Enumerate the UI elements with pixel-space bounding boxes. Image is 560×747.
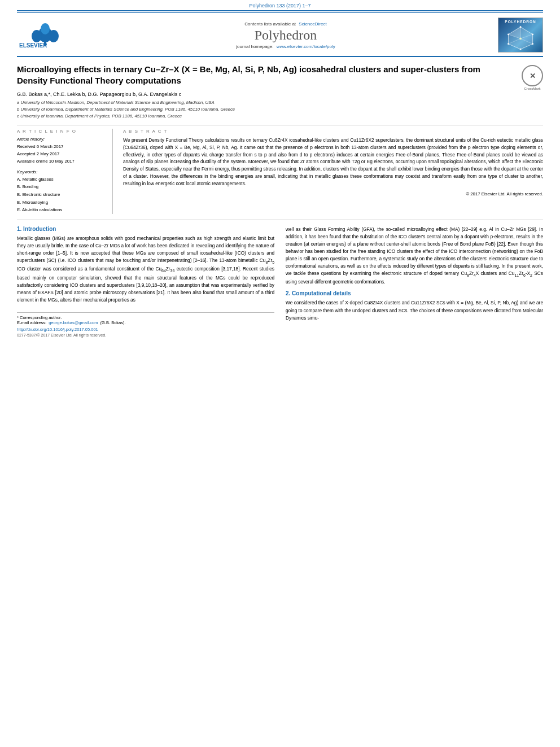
article-info: A R T I C L E I N F O Article history: R… [17,129,113,214]
abstract-section: A B S T R A C T We present Density Funct… [123,129,543,214]
svg-point-3 [49,30,59,42]
affiliations: a University of Wisconsin-Madison, Depar… [17,99,543,120]
svg-text:ELSEVIER: ELSEVIER [19,42,47,49]
section1-title: 1. Introduction [17,226,274,232]
keyword-5: E. Ab-initio calculations [17,206,106,214]
abstract-header: A B S T R A C T [123,129,543,134]
body-content: 1. Introduction Metallic glasses (MGs) a… [17,226,543,337]
svg-point-2 [32,30,42,42]
issn-line: 0277-5387/© 2017 Elsevier Ltd. All right… [17,333,274,337]
section2-text: We considered the cases of X-doped Cu8Zr… [286,299,543,321]
polyhedron-logo-text: POLYHEDRON [505,20,536,24]
available-online: Available online 10 May 2017 [17,158,106,165]
article-info-abstract: A R T I C L E I N F O Article history: R… [17,129,543,214]
received: Received 6 March 2017 [17,143,106,150]
journal-center-info: Contents lists available at ScienceDirec… [79,21,492,49]
svg-point-17 [508,33,509,35]
svg-point-14 [532,43,533,45]
article-title: Microalloying effects in ternary Cu–Zr–X… [17,64,512,87]
keyword-2: B. Bonding [17,183,106,191]
homepage-label: journal homepage: [236,44,273,49]
svg-point-4 [41,23,50,34]
body-left: 1. Introduction Metallic glasses (MGs) a… [17,226,274,337]
contents-label: Contents lists available at [244,21,296,27]
crossmark: ✕ CrossMark [522,65,543,90]
polyhedron-logo: POLYHEDRON [498,18,543,53]
keywords-section: Keywords: A. Metallic glasses B. Bonding… [17,169,106,214]
homepage-url[interactable]: www.elsevier.com/locate/poly [277,44,335,49]
journal-ref-text: Polyhedron 133 (2017) 1–7 [249,3,310,8]
svg-point-18 [519,38,522,40]
journal-reference: Polyhedron 133 (2017) 1–7 [0,0,560,10]
copyright-line: © 2017 Elsevier Ltd. All rights reserved… [123,191,543,196]
polyhedron-logo-container: POLYHEDRON [492,18,543,53]
section2-title: 2. Computational details [286,290,543,296]
email-label: E-mail address: [17,320,46,325]
email-person: (G.B. Bokas). [100,320,126,325]
affiliation-c: c University of Ioannina, Department of … [17,113,543,120]
keyword-4: B. Microalloying [17,199,106,207]
keyword-3: B. Electronic structure [17,191,106,199]
corresponding-label: * Corresponding author. [17,315,62,320]
keywords-title: Keywords: [17,169,106,174]
section1-right-text: well as their Glass Forming Ability (GFA… [286,226,543,286]
body-right: well as their Glass Forming Ability (GFA… [286,226,543,337]
section1-text: Metallic glasses (MGs) are amorphous sol… [17,235,274,304]
accepted: Accepted 2 May 2017 [17,150,106,158]
affiliation-a: a University of Wisconsin-Madison, Depar… [17,99,543,106]
article-title-container: Microalloying effects in ternary Cu–Zr–X… [17,64,543,87]
sciencedirect-link[interactable]: ScienceDirect [299,21,326,27]
doi-link[interactable]: http://dx.doi.org/10.1016/j.poly.2017.05… [17,327,274,332]
elsevier-logo: ELSEVIER [17,20,79,50]
keyword-1: A. Metallic glasses [17,176,106,184]
email-link[interactable]: george.bokas@gmail.com [49,320,98,325]
affiliation-b: b University of Ioannina, Department of … [17,106,543,113]
article-history: Article history: Received 6 March 2017 A… [17,137,106,165]
journal-header: ELSEVIER Contents lists available at Sci… [0,13,560,56]
main-content: Microalloying effects in ternary Cu–Zr–X… [0,57,560,344]
abstract-text: We present Density Functional Theory cal… [123,137,543,187]
footer-note: * Corresponding author. E-mail address: … [17,312,274,337]
history-title: Article history: [17,137,106,142]
svg-point-12 [519,26,521,28]
svg-point-15 [519,49,521,50]
authors-line: G.B. Bokas a,*, Ch.E. Lekka b, D.G. Papa… [17,91,543,97]
journal-name: Polyhedron [79,28,492,43]
svg-point-13 [532,33,533,35]
svg-point-16 [508,43,509,45]
article-info-header: A R T I C L E I N F O [17,129,106,134]
